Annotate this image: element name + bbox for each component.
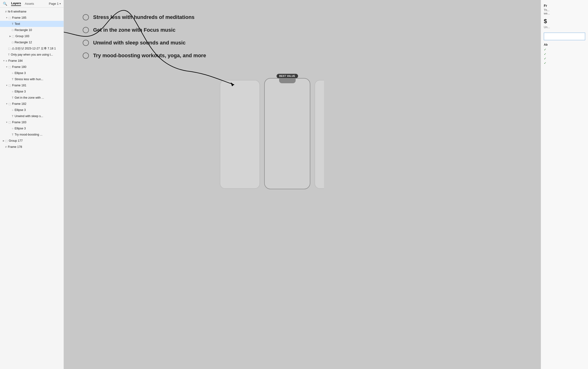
layer-item-frame184[interactable]: ▼≡Frame 184 <box>0 58 64 64</box>
layer-item-frame185[interactable]: ▼⬚Frame 185 <box>0 15 64 21</box>
layer-item-text[interactable]: ▶TText <box>0 21 64 27</box>
feature-text: Get in the zone with Focus music <box>93 27 175 33</box>
layer-item-stresstext[interactable]: ▶TStress less with hun... <box>0 76 64 82</box>
page-selector[interactable]: Page 1 ▾ <box>49 2 61 5</box>
layer-type-icon: ⬚ <box>9 121 11 124</box>
layer-type-icon: T <box>12 96 13 99</box>
right-panel: Fr Th...we... $ Un... Ab ✓ ✓ ✓ ✓ <box>541 0 588 369</box>
layer-type-icon: # <box>5 10 7 13</box>
layer-item-getzone[interactable]: ▶TGet in the zone with ... <box>0 95 64 101</box>
chevron-icon: ▼ <box>6 84 8 87</box>
layer-item-ellipse3c[interactable]: ▶○Ellipse 3 <box>0 107 64 113</box>
layer-label: Only pay when you are using t... <box>11 53 53 56</box>
layer-type-icon: T <box>12 22 13 25</box>
layer-item-screenshot[interactable]: ▶⬚스크린샷 2023-12-27 오후 7.18 1 <box>0 45 64 51</box>
layer-type-icon: # <box>5 145 7 148</box>
layer-item-onlypay[interactable]: ▶TOnly pay when you are using t... <box>0 51 64 58</box>
chevron-icon: ▼ <box>6 17 8 19</box>
layer-item-ellipse3b[interactable]: ▶○Ellipse 3 <box>0 88 64 95</box>
search-icon[interactable]: 🔍 <box>3 2 7 6</box>
layer-label: Text <box>15 22 20 26</box>
layer-label: 스크린샷 2023-12-27 오후 7.18 1 <box>12 47 56 51</box>
feature-text: Unwind with sleep sounds and music <box>93 40 186 46</box>
layer-label: Rectangle 10 <box>15 28 32 32</box>
tab-assets[interactable]: Assets <box>25 2 34 5</box>
layer-item-rect12[interactable]: ▶□Rectangle 12 <box>0 39 64 45</box>
layer-label: Ellipse 3 <box>15 72 26 75</box>
chevron-icon: ▼ <box>6 121 8 123</box>
layer-type-icon: ⬚ <box>9 84 11 87</box>
layer-type-icon: ⬚ <box>8 47 10 50</box>
layer-label: Rectangle 12 <box>15 41 32 44</box>
layer-type-icon: ○ <box>12 72 13 74</box>
right-title: Fr <box>544 4 585 8</box>
layer-label: Ellipse 3 <box>15 90 26 93</box>
panel-top-bar: 🔍 Layers Assets Page 1 ▾ <box>0 0 64 8</box>
layer-type-icon: ⬚ <box>9 102 11 105</box>
layer-label: Try mood-boosting ... <box>15 133 43 136</box>
phone-right-partial <box>314 80 324 189</box>
layers-panel: 🔍 Layers Assets Page 1 ▾ ▶#hi-fi wirefra… <box>0 0 64 369</box>
phones-section: BEST VALUE <box>220 80 324 189</box>
layer-item-ellipse3d[interactable]: ▶○Ellipse 3 <box>0 125 64 132</box>
layer-item-rect10[interactable]: ▶□Rectangle 10 <box>0 27 64 33</box>
feature-circle <box>83 27 89 33</box>
layer-item-unwindtext[interactable]: ▶TUnwind with sleep s... <box>0 113 64 119</box>
layer-item-frame180[interactable]: ▼⬚Frame 180 <box>0 64 64 70</box>
phone-center <box>264 78 310 189</box>
layer-label: hi-fi wireframe <box>8 10 27 13</box>
feature-list: Stress less with hundreds of meditations… <box>83 14 206 59</box>
layer-type-icon: ≡ <box>6 59 7 62</box>
right-check-3: ✓ <box>544 57 585 60</box>
right-check-1: ✓ <box>544 48 585 51</box>
feature-circle <box>83 52 89 59</box>
phone-notch <box>279 79 296 83</box>
layer-label: Frame 181 <box>12 84 26 87</box>
chevron-icon: ▶ <box>3 140 4 142</box>
layer-label: Frame 183 <box>12 121 26 124</box>
right-ab-label: Ab <box>544 43 585 46</box>
phone-center-wrapper: BEST VALUE <box>264 78 310 189</box>
layer-item-frame178[interactable]: ▶#Frame 178 <box>0 144 64 150</box>
feature-text: Try mood-boosting workouts, yoga, and mo… <box>93 52 206 59</box>
feature-item-f1: Stress less with hundreds of meditations <box>83 14 206 20</box>
layer-label: Ellipse 3 <box>15 108 26 112</box>
canvas-area: Stress less with hundreds of meditations… <box>64 0 541 369</box>
right-input-box[interactable] <box>544 33 585 40</box>
layer-item-group177[interactable]: ▶⬚Group 177 <box>0 138 64 144</box>
layer-label: Frame 180 <box>12 65 26 69</box>
phone-left <box>220 80 260 189</box>
feature-text: Stress less with hundreds of meditations <box>93 14 195 20</box>
layer-label: Frame 178 <box>8 145 22 149</box>
layer-item-hifi[interactable]: ▶#hi-fi wireframe <box>0 9 64 15</box>
layer-label: Stress less with hun... <box>15 78 43 81</box>
layer-type-icon: ○ <box>12 127 13 130</box>
layer-item-frame181[interactable]: ▼⬚Frame 181 <box>0 82 64 88</box>
right-check-4: ✓ <box>544 61 585 65</box>
right-price-sub: Un... <box>544 26 585 29</box>
layer-type-icon: ⬚ <box>9 16 11 19</box>
right-price: $ <box>544 18 585 25</box>
chevron-icon: ▼ <box>6 103 8 105</box>
feature-circle <box>83 40 89 46</box>
layer-label: Unwind with sleep s... <box>15 114 43 118</box>
layer-type-icon: T <box>12 133 13 136</box>
chevron-icon: ▶ <box>10 35 11 37</box>
chevron-icon: ▼ <box>6 66 8 68</box>
layer-type-icon: ⬚ <box>12 35 14 38</box>
layer-label: Get in the zone with ... <box>15 96 44 99</box>
layer-item-group183[interactable]: ▶⬚Group 183 <box>0 33 64 39</box>
layer-type-icon: ⬚ <box>5 139 8 142</box>
layer-item-frame182[interactable]: ▼⬚Frame 182 <box>0 101 64 107</box>
layers-list: ▶#hi-fi wireframe▼⬚Frame 185▶TText▶□Rect… <box>0 8 64 369</box>
layer-type-icon: T <box>12 78 13 81</box>
layer-type-icon: □ <box>12 29 13 31</box>
layer-item-ellipse3a[interactable]: ▶○Ellipse 3 <box>0 70 64 76</box>
layer-label: Group 183 <box>15 35 29 38</box>
layer-item-trymood[interactable]: ▶TTry mood-boosting ... <box>0 132 64 138</box>
chevron-down-icon: ▾ <box>59 2 61 5</box>
feature-item-f3: Unwind with sleep sounds and music <box>83 40 206 46</box>
layer-item-frame183[interactable]: ▼⬚Frame 183 <box>0 119 64 125</box>
tab-layers[interactable]: Layers <box>11 1 21 6</box>
layer-label: Group 177 <box>9 139 23 142</box>
